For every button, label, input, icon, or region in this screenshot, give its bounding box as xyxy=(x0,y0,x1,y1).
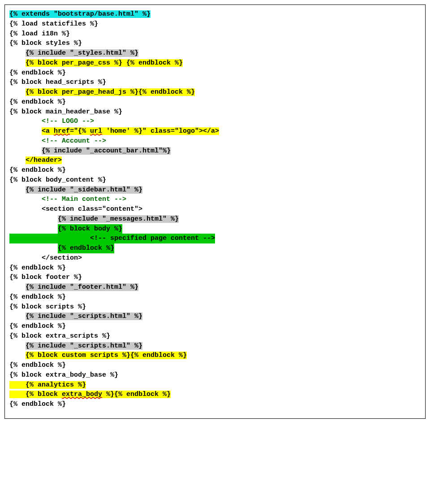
highlight-body-block: {% endblock %} xyxy=(58,243,114,253)
highlight-line: {% analytics %} xyxy=(9,381,86,389)
code-line: {% analytics %} xyxy=(9,380,421,390)
highlight-include: {% include "_styles.html" %} xyxy=(26,49,138,57)
code-line: {% block head_scripts %} xyxy=(9,78,421,87)
highlight-extends: {% extends "bootstrap/base.html" %} xyxy=(9,10,151,18)
code-line: {% endblock %} xyxy=(9,361,421,370)
highlight-closetag: </header> xyxy=(26,156,62,164)
html-comment: <!-- LOGO --> xyxy=(42,117,94,125)
code-line: {% include "_styles.html" %} xyxy=(9,48,421,58)
highlight-body-block: <!-- specified page content --> xyxy=(26,234,215,243)
code-line: {% block scripts %} xyxy=(9,302,421,312)
highlight-include: {% include "_account_bar.html"%} xyxy=(42,147,171,155)
highlight-include: {% include "_sidebar.html" %} xyxy=(26,186,142,194)
highlight-include: {% include "_messages.html" %} xyxy=(58,215,179,223)
code-line: {% include "_scripts.html" %} xyxy=(9,312,421,322)
code-line: {% endblock %} xyxy=(9,292,421,302)
code-line: {% block styles %} xyxy=(9,39,421,48)
code-line: <!-- Account --> xyxy=(9,136,421,146)
highlight-line: {% block extra_body %}{% endblock %} xyxy=(9,391,171,398)
code-line: {% block extra_body_base %} xyxy=(9,370,421,380)
code-line: {% block footer %} xyxy=(9,273,421,282)
highlight-body-block: {% block body %} xyxy=(58,224,122,234)
code-line: <!-- LOGO --> xyxy=(9,117,421,126)
code-block: {% extends "bootstrap/base.html" %} {% l… xyxy=(4,4,426,419)
code-line: </section> xyxy=(9,253,421,263)
highlight-block: {% block custom scripts %}{% endblock %} xyxy=(26,352,187,359)
html-comment: <!-- Account --> xyxy=(42,137,106,145)
code-line: {% block extra_scripts %} xyxy=(9,331,421,341)
code-line: {% endblock %} xyxy=(9,400,421,409)
highlight-include: {% include "_footer.html" %} xyxy=(26,283,138,291)
code-line: {% block extra_body %}{% endblock %} xyxy=(9,390,421,400)
code-line: {% include "_sidebar.html" %} xyxy=(9,185,421,195)
highlight-include: {% include "_scripts.html" %} xyxy=(26,342,142,350)
highlight-anchor: <a href="{% url 'home' %}" class="logo">… xyxy=(42,127,219,135)
code-line: {% endblock %} xyxy=(9,97,421,107)
code-line: </header> xyxy=(9,156,421,165)
code-line: {% block body %} xyxy=(9,224,421,234)
code-line: {% endblock %} xyxy=(9,243,421,253)
code-line: <section class="content"> xyxy=(9,204,421,214)
code-line: {% extends "bootstrap/base.html" %} xyxy=(9,9,421,19)
code-line: <!-- specified page content --> xyxy=(9,234,421,243)
code-line: {% include "_account_bar.html"%} xyxy=(9,146,421,156)
code-line: <!-- Main content --> xyxy=(9,195,421,204)
code-line: {% endblock %} xyxy=(9,263,421,273)
code-line: {% endblock %} xyxy=(9,68,421,78)
code-line: {% block main_header_base %} xyxy=(9,107,421,117)
code-line: {% include "_messages.html" %} xyxy=(9,214,421,224)
code-line: {% block body_content %} xyxy=(9,175,421,185)
code-line: {% block per_page_css %} {% endblock %} xyxy=(9,58,421,68)
code-line: {% endblock %} xyxy=(9,165,421,175)
code-line: {% endblock %} xyxy=(9,322,421,331)
code-line: {% load staticfiles %} xyxy=(9,19,421,29)
highlight-block: {% block per_page_css %} {% endblock %} xyxy=(26,59,183,67)
code-line: {% load i18n %} xyxy=(9,29,421,39)
code-line: {% include "_scripts.html" %} xyxy=(9,341,421,351)
highlight-body-block xyxy=(9,234,26,243)
code-line: {% block per_page_head_js %}{% endblock … xyxy=(9,87,421,97)
code-line: <a href="{% url 'home' %}" class="logo">… xyxy=(9,126,421,136)
code-line: {% include "_footer.html" %} xyxy=(9,282,421,292)
code-line: {% block custom scripts %}{% endblock %} xyxy=(9,351,421,361)
html-comment: <!-- Main content --> xyxy=(42,196,126,203)
highlight-block: {% block per_page_head_js %}{% endblock … xyxy=(26,88,195,96)
highlight-include: {% include "_scripts.html" %} xyxy=(26,313,142,320)
